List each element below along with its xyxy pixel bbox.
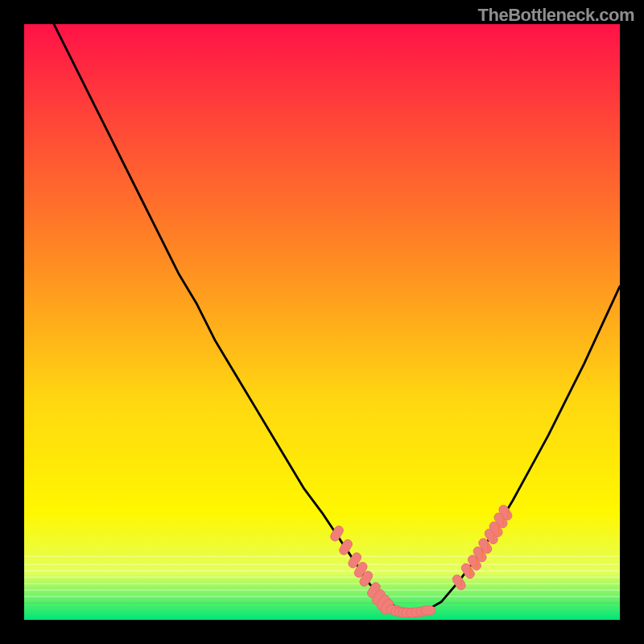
curve-path bbox=[54, 24, 620, 613]
curve-marker bbox=[421, 606, 436, 615]
marker-group bbox=[329, 503, 514, 617]
plot-area bbox=[24, 24, 620, 620]
curve-layer bbox=[24, 24, 620, 620]
watermark-text: TheBottleneck.com bbox=[478, 5, 634, 26]
chart-stage: TheBottleneck.com bbox=[0, 0, 644, 644]
